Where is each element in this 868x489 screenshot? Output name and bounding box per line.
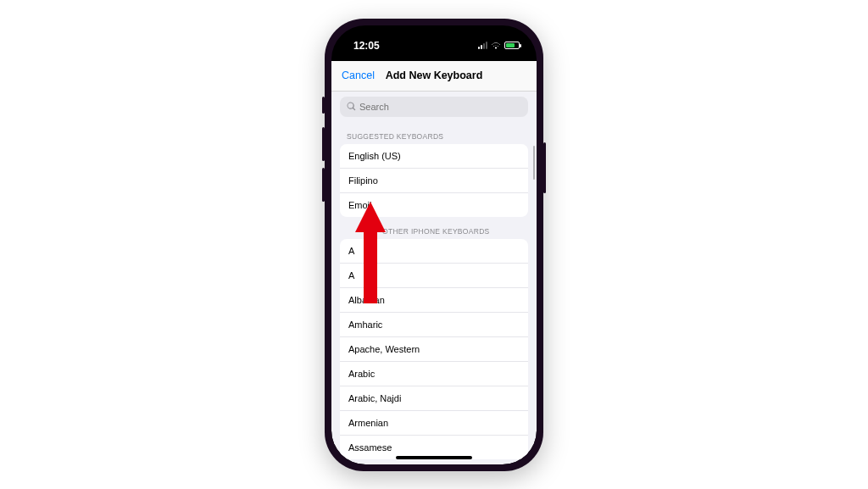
section-header-suggested: Suggested Keyboards: [331, 122, 537, 144]
keyboard-row[interactable]: Filipino: [340, 169, 528, 193]
volume-down-button: [322, 168, 325, 202]
side-button: [322, 97, 325, 114]
cancel-button[interactable]: Cancel: [342, 69, 375, 81]
wifi-icon: [491, 41, 501, 51]
suggested-list: English (US) Filipino Emoji: [340, 144, 528, 217]
keyboard-row[interactable]: Armenian: [340, 411, 528, 436]
keyboard-row[interactable]: A: [340, 264, 528, 288]
content-area: Cancel Add New Keyboard Suggested Keyboa…: [331, 61, 537, 464]
keyboard-row[interactable]: Arabic: [340, 362, 528, 386]
home-indicator[interactable]: [396, 456, 472, 459]
keyboard-row[interactable]: Emoji: [340, 193, 528, 217]
scroll-indicator[interactable]: [533, 146, 535, 180]
section-header-other: Other iPhone Keyboards: [331, 217, 537, 239]
dynamic-island: [400, 34, 468, 54]
search-icon: [347, 102, 356, 111]
cellular-icon: [478, 42, 487, 49]
navigation-bar: Cancel Add New Keyboard: [331, 61, 537, 92]
keyboard-row[interactable]: Amharic: [340, 313, 528, 337]
search-field[interactable]: [340, 97, 528, 117]
keyboard-row[interactable]: A: [340, 239, 528, 264]
screen: 12:05 Cancel Add New Keyboard Sugges: [331, 25, 537, 464]
battery-icon: [504, 42, 520, 49]
keyboard-row[interactable]: Albanian: [340, 288, 528, 313]
iphone-frame: 12:05 Cancel Add New Keyboard Sugges: [325, 19, 543, 471]
search-container: [331, 92, 537, 122]
search-input[interactable]: [359, 102, 521, 112]
volume-up-button: [322, 127, 325, 161]
status-indicators: [478, 41, 520, 51]
status-time: 12:05: [353, 40, 380, 52]
page-title: Add New Keyboard: [386, 69, 483, 81]
keyboard-row[interactable]: Apache, Western: [340, 337, 528, 362]
keyboard-row[interactable]: Arabic, Najdi: [340, 386, 528, 411]
keyboard-row[interactable]: English (US): [340, 144, 528, 169]
other-list: A A Albanian Amharic Apache, Western Ara…: [340, 239, 528, 459]
power-button: [543, 142, 546, 193]
